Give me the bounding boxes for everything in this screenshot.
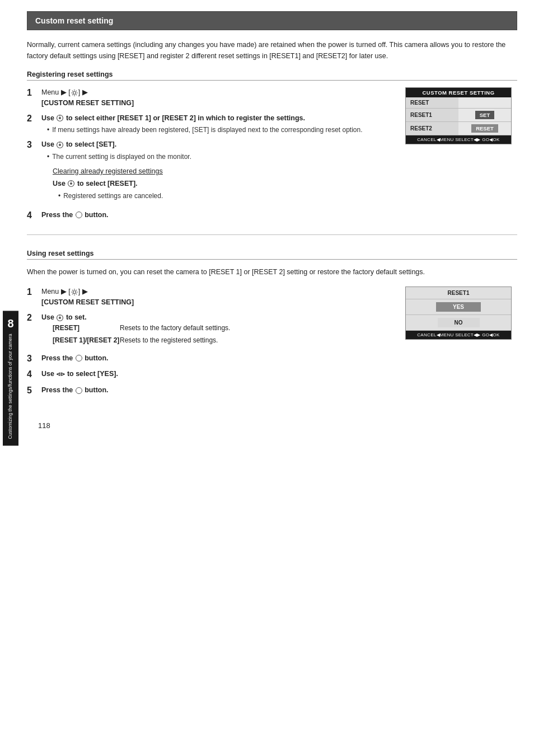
- panel-cell-reset-value: [458, 97, 511, 108]
- using-step-2-content: Use to set. [RESET] Resets to the factor…: [41, 312, 394, 349]
- no-button: NO: [438, 318, 480, 327]
- set-button-indicator: SET: [475, 111, 494, 119]
- using-step-5-content: Press the button.: [41, 385, 394, 396]
- reset-panel-footer: CANCEL◀MENU SELECT◀▶ GO◀OK: [406, 331, 511, 339]
- using-step-1-text: Menu ▶ [] ▶: [41, 288, 88, 295]
- ok-button-icon-3: [76, 355, 82, 361]
- step-1-newline: [CUSTOM RESET SETTING]: [41, 99, 134, 107]
- using-step-1: 1 Menu ▶ [] ▶ [CUSTOM RESET SETTING]: [27, 287, 394, 308]
- chapter-number: 8: [7, 317, 13, 330]
- step-3-text: Use to select [SET].: [41, 140, 116, 148]
- gear-icon-using-1: [71, 288, 78, 296]
- panel-cell-reset-label: RESET: [406, 97, 458, 108]
- gear-icon: [71, 89, 78, 97]
- panel-cell-reset1-label: RESET1: [406, 109, 458, 121]
- svg-point-12: [59, 317, 61, 319]
- chapter-tab: 8 Customizing the settings/functions of …: [3, 311, 18, 445]
- dial-icon-3: [56, 141, 64, 149]
- yes-button: YES: [436, 302, 481, 312]
- page-container: 8 Customizing the settings/functions of …: [0, 0, 534, 756]
- step-1-content: Menu ▶ [] ▶ [CUSTOM RESET SETTING]: [41, 87, 394, 109]
- using-step-4: 4 Use ⊲⊳ to select [YES].: [27, 369, 394, 381]
- step-1: 1 Menu ▶ [] ▶ [CUSTOM RESET SETTING]: [27, 87, 394, 109]
- clearing-bullet: • Registered settings are canceled.: [53, 191, 394, 201]
- table-row-reset: [RESET] Resets to the factory default se…: [53, 323, 394, 333]
- using-step-1-newline: [CUSTOM RESET SETTING]: [41, 298, 134, 306]
- panel-row-reset1: RESET1 SET: [406, 109, 511, 122]
- using-title: Using reset settings: [27, 250, 517, 260]
- dial-icon-2: [56, 114, 64, 122]
- registering-steps: 1 Menu ▶ [] ▶ [CUSTOM RESET SETTING] 2 U…: [27, 87, 394, 226]
- main-content: Custom reset setting Normally, current c…: [21, 0, 534, 756]
- svg-point-0: [73, 91, 76, 94]
- using-step-2: 2 Use to set. [RESET] Resets to the fact…: [27, 312, 394, 349]
- step-2: 2 Use to select either [RESET 1] or [RES…: [27, 113, 394, 135]
- registering-section: Registering reset settings 1 Menu ▶ [] ▶…: [27, 71, 517, 229]
- table-value-reset: Resets to the factory default settings.: [120, 323, 230, 333]
- panel-cell-reset2-label: RESET2: [406, 122, 458, 135]
- chapter-text: Customizing the settings/functions of yo…: [7, 334, 13, 439]
- step-1-number: 1: [27, 87, 38, 99]
- using-step-3: 3 Press the button.: [27, 353, 394, 365]
- sidebar: 8 Customizing the settings/functions of …: [0, 0, 21, 756]
- using-step-2-number: 2: [27, 312, 38, 324]
- step-1-text: Menu ▶ [] ▶: [41, 88, 88, 96]
- step-3: 3 Use to select [SET]. • The current set…: [27, 139, 394, 205]
- step-2-number: 2: [27, 113, 38, 125]
- step-4: 4 Press the button.: [27, 210, 394, 222]
- step-4-number: 4: [27, 210, 38, 222]
- using-step-3-number: 3: [27, 353, 38, 365]
- clearing-use: Use to select [RESET].: [53, 179, 394, 189]
- camera-ui-panel: CUSTOM RESET SETTING RESET RESET1 SET: [405, 87, 512, 144]
- dial-icon-using-2: [56, 314, 64, 322]
- registering-title: Registering reset settings: [27, 71, 517, 81]
- step-3-bullet: • The current setting is displayed on th…: [41, 152, 394, 162]
- clearing-section: Clearing already registered settings Use…: [53, 166, 394, 201]
- panel-cell-reset1-value: SET: [458, 109, 511, 121]
- step-2-bullet-text: If menu settings have already been regis…: [52, 125, 362, 135]
- reset-button-indicator: RESET: [471, 124, 498, 133]
- panel-row-reset2: RESET2 RESET: [406, 122, 511, 135]
- table-value-reset12: Resets to the registered settings.: [120, 335, 218, 345]
- section-divider: [27, 234, 517, 235]
- using-panel: RESET1 YES NO CANCEL◀MENU SELECT◀▶ GO◀OK: [405, 287, 517, 401]
- page-number: 118: [27, 421, 517, 430]
- intro-text: Normally, current camera settings (inclu…: [27, 39, 517, 62]
- svg-point-10: [73, 291, 76, 294]
- section-title: Custom reset setting: [27, 11, 517, 30]
- ok-button-icon: [76, 212, 82, 218]
- panel-header: CUSTOM RESET SETTING: [406, 88, 511, 97]
- using-step-5-number: 5: [27, 385, 38, 397]
- step-2-text: Use to select either [RESET 1] or [RESET…: [41, 114, 305, 122]
- panel-cell-reset2-value: RESET: [458, 122, 511, 135]
- ok-button-icon-5: [76, 387, 82, 394]
- using-step-1-content: Menu ▶ [] ▶ [CUSTOM RESET SETTING]: [41, 287, 394, 308]
- panel-row-reset: RESET: [406, 97, 511, 109]
- no-button-row: NO: [406, 315, 511, 331]
- svg-point-5: [59, 144, 61, 146]
- panel-footer: CANCEL◀MENU SELECT◀▶ GO◀OK: [406, 135, 511, 144]
- using-step-4-content: Use ⊲⊳ to select [YES].: [41, 369, 394, 379]
- using-intro: When the power is turned on, you can res…: [27, 266, 517, 278]
- using-step-5: 5 Press the button.: [27, 385, 394, 397]
- registering-panel: CUSTOM RESET SETTING RESET RESET1 SET: [405, 87, 517, 226]
- yes-button-row: YES: [406, 299, 511, 315]
- step-3-number: 3: [27, 139, 38, 151]
- step-2-content: Use to select either [RESET 1] or [RESET…: [41, 113, 394, 135]
- step-3-content: Use to select [SET]. • The current setti…: [41, 139, 394, 205]
- step-2-bullet: • If menu settings have already been reg…: [41, 125, 394, 135]
- reset-ui-panel: RESET1 YES NO CANCEL◀MENU SELECT◀▶ GO◀OK: [405, 287, 512, 340]
- clearing-title: Clearing already registered settings: [53, 166, 394, 177]
- dial-icon-clear: [67, 180, 75, 187]
- using-steps-panel: 1 Menu ▶ [] ▶ [CUSTOM RESET SETTING] 2 U…: [27, 287, 517, 401]
- using-step-1-number: 1: [27, 287, 38, 298]
- registering-steps-panel: 1 Menu ▶ [] ▶ [CUSTOM RESET SETTING] 2 U…: [27, 87, 517, 226]
- svg-point-8: [70, 182, 72, 185]
- reset-panel-header: RESET1: [406, 287, 511, 299]
- step-4-content: Press the button.: [41, 210, 394, 220]
- using-step-4-number: 4: [27, 369, 38, 381]
- using-section: Using reset settings When the power is t…: [27, 250, 517, 405]
- using-steps: 1 Menu ▶ [] ▶ [CUSTOM RESET SETTING] 2 U…: [27, 287, 394, 401]
- svg-point-2: [59, 117, 61, 119]
- using-step-3-content: Press the button.: [41, 353, 394, 364]
